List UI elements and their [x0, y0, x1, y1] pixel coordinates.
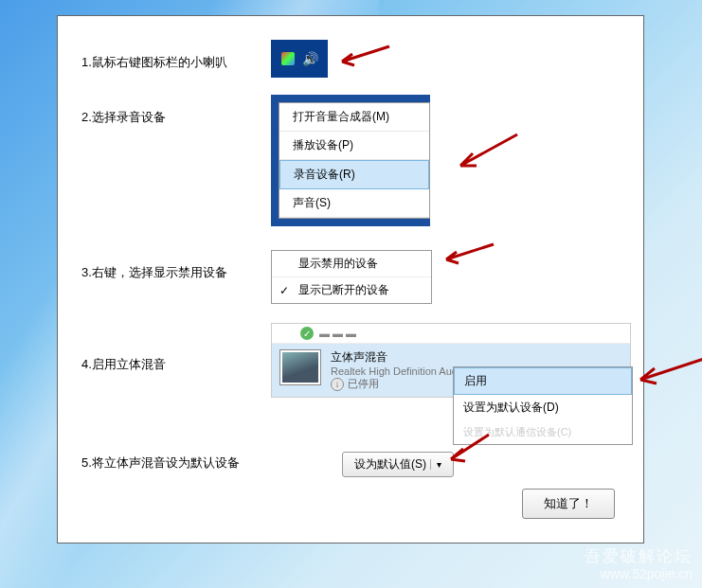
menu-item-label: 显示禁用的设备 [298, 256, 378, 272]
checkmark-icon: ✓ [278, 284, 291, 297]
arrow-icon [337, 45, 394, 76]
device-thumbnail-icon [279, 349, 321, 385]
watermark-title: 吾爱破解论坛 [585, 547, 693, 566]
arrow-icon [441, 242, 498, 274]
menu-item-mixer[interactable]: 打开音量合成器(M) [279, 103, 429, 132]
tutorial-dialog: 1.鼠标右键图标栏的小喇叭 🔊 2.选择录音设备 打开音量合成器(M) 播放设备… [57, 15, 644, 543]
step-1-label: 1.鼠标右键图标栏的小喇叭 [81, 40, 271, 71]
device-header: ✓ ▬▬▬ [272, 324, 630, 344]
device-status-text: 已停用 [348, 377, 379, 391]
step-4-label: 4.启用立体混音 [81, 323, 271, 373]
device-title: 立体声混音 [331, 349, 622, 365]
down-arrow-icon: ↓ [331, 378, 344, 391]
step-4: 4.启用立体混音 ✓ ▬▬▬ 立体声混音 Realtek High Defini… [81, 323, 624, 398]
menu-item-show-disconnected[interactable]: ✓ 显示已断开的设备 [272, 277, 431, 303]
menu-item-sounds[interactable]: 声音(S) [279, 189, 429, 218]
menu-item-label: 显示已断开的设备 [298, 282, 389, 298]
speaker-context-menu: 打开音量合成器(M) 播放设备(P) 录音设备(R) 声音(S) [271, 95, 430, 226]
step-1: 1.鼠标右键图标栏的小喇叭 🔊 [81, 40, 624, 78]
windows-flag-icon [281, 52, 295, 65]
check-circle-icon: ✓ [300, 327, 314, 340]
menu-item-playback[interactable]: 播放设备(P) [279, 132, 429, 160]
device-visibility-menu: 显示禁用的设备 ✓ 显示已断开的设备 [271, 250, 432, 304]
speaker-icon[interactable]: 🔊 [302, 51, 318, 66]
device-context-menu: 启用 设置为默认设备(D) 设置为默认通信设备(C) [453, 366, 633, 445]
menu-item-recording[interactable]: 录音设备(R) [279, 160, 429, 189]
watermark: 吾爱破解论坛 www.52pojie.cn [585, 547, 693, 582]
step-5: 5.将立体声混音设为默认设备 设为默认值(S)▾ [81, 440, 624, 477]
step-5-label: 5.将立体声混音设为默认设备 [81, 440, 299, 472]
step-2: 2.选择录音设备 打开音量合成器(M) 播放设备(P) 录音设备(R) 声音(S… [81, 95, 624, 226]
arrow-icon [636, 356, 702, 397]
step-3-label: 3.右键，选择显示禁用设备 [81, 250, 271, 281]
checkbox-icon [278, 258, 291, 271]
system-tray[interactable]: 🔊 [271, 40, 328, 78]
menu-item-set-default[interactable]: 设置为默认设备(D) [454, 395, 632, 420]
step-3: 3.右键，选择显示禁用设备 显示禁用的设备 ✓ 显示已断开的设备 [81, 250, 624, 304]
confirm-button[interactable]: 知道了！ [522, 489, 615, 519]
set-default-button[interactable]: 设为默认值(S)▾ [342, 452, 454, 477]
button-label: 设为默认值(S) [354, 457, 426, 471]
step-2-label: 2.选择录音设备 [81, 95, 271, 126]
arrow-icon [456, 133, 522, 183]
menu-item-enable[interactable]: 启用 [454, 367, 632, 395]
menu-item-show-disabled[interactable]: 显示禁用的设备 [272, 251, 431, 277]
watermark-url: www.52pojie.cn [585, 566, 693, 582]
chevron-down-icon[interactable]: ▾ [430, 459, 441, 470]
